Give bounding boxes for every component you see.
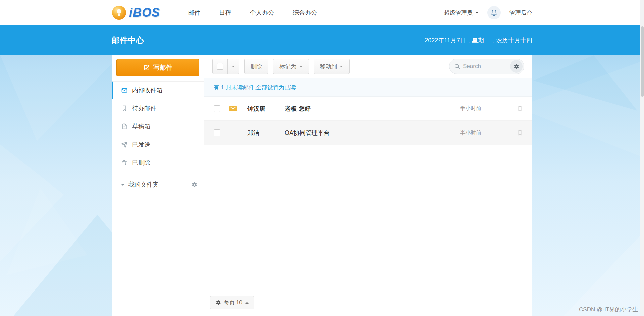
sidebar-item-my-folders[interactable]: 我的文件夹 (112, 175, 204, 194)
ibos-logo-text: iBOS (129, 6, 160, 20)
caret-down-icon (232, 66, 235, 67)
my-folders-label: 我的文件夹 (128, 180, 159, 189)
mark-as-label: 标记为 (279, 63, 297, 70)
mark-all-read-link[interactable]: 全部设置为已读 (256, 84, 296, 91)
mail-subject: OA协同管理平台 (285, 129, 454, 137)
caret-down-icon (299, 66, 303, 67)
ibos-logo-sphere-icon (112, 5, 126, 20)
sidebar-item-sent[interactable]: 已发送 (112, 136, 204, 154)
select-all-button[interactable] (212, 59, 228, 74)
bookmark-icon[interactable] (517, 105, 523, 112)
scrollbar-track[interactable] (640, 0, 644, 316)
search-settings-button[interactable] (510, 60, 523, 73)
nav-item-general-office[interactable]: 综合办公 (293, 9, 317, 17)
gear-icon (216, 300, 221, 305)
mail-sidebar: 写邮件 内部收件箱 待办邮件 (112, 55, 204, 316)
page-date: 2022年11月7日，星期一，农历十月十四 (425, 36, 532, 44)
gear-icon (514, 64, 519, 69)
trash-icon (121, 159, 128, 166)
select-all-checkbox[interactable] (217, 63, 223, 70)
select-dropdown-button[interactable] (227, 59, 239, 74)
unread-envelope-icon (229, 105, 238, 112)
caret-down-icon (121, 184, 124, 186)
search-icon (454, 63, 460, 69)
user-menu[interactable]: 超级管理员 (444, 9, 479, 17)
mail-time: 半小时前 (454, 105, 487, 112)
nav-item-schedule[interactable]: 日程 (219, 9, 231, 17)
page-header: 邮件中心 2022年11月7日，星期一，农历十月十四 (0, 25, 644, 55)
compose-label: 写邮件 (153, 63, 172, 72)
mail-checkbox[interactable] (214, 105, 220, 112)
scrollbar-thumb[interactable] (641, 26, 644, 97)
mail-sender: 郑洁 (247, 129, 285, 137)
compose-mail-button[interactable]: 写邮件 (116, 59, 199, 76)
sidebar-item-label: 草稿箱 (132, 122, 150, 130)
bell-icon (490, 9, 498, 16)
sidebar-item-label: 已发送 (132, 141, 150, 149)
mail-time: 半小时前 (454, 129, 487, 137)
unread-notice-bar: 有 1 封未读邮件, 全部设置为已读 (204, 78, 532, 97)
folders-settings-button[interactable] (192, 182, 197, 188)
notifications-button[interactable] (487, 6, 501, 19)
per-page-button[interactable]: 每页 10 (210, 296, 254, 309)
bookmark-outline-icon (121, 105, 128, 112)
bookmark-icon[interactable] (517, 129, 523, 136)
inbox-envelope-icon (121, 87, 128, 94)
mail-list: 钟汉唐 老板 您好 半小时前 郑洁 OA协同管理平台 半小时前 (204, 97, 532, 145)
sidebar-item-label: 内部收件箱 (132, 86, 162, 94)
search-box (449, 59, 524, 74)
mail-row[interactable]: 郑洁 OA协同管理平台 半小时前 (204, 121, 532, 145)
caret-up-icon (245, 302, 249, 304)
sidebar-item-deleted[interactable]: 已删除 (112, 154, 204, 172)
delete-button[interactable]: 删除 (244, 59, 268, 74)
ibos-logo[interactable]: iBOS (112, 5, 160, 20)
delete-label: 删除 (251, 63, 262, 70)
sidebar-item-label: 待办邮件 (132, 104, 156, 112)
move-to-label: 移动到 (320, 63, 337, 70)
nav-item-mail[interactable]: 邮件 (188, 9, 200, 17)
sidebar-menu: 内部收件箱 待办邮件 草稿箱 (112, 81, 204, 172)
caret-down-icon (340, 66, 343, 67)
mark-as-button[interactable]: 标记为 (273, 59, 309, 74)
select-all-group (212, 59, 239, 74)
user-menu-label: 超级管理员 (444, 9, 473, 17)
top-navbar: iBOS 邮件 日程 个人办公 综合办公 超级管理员 管理后台 (0, 0, 644, 25)
sidebar-item-drafts[interactable]: 草稿箱 (112, 117, 204, 136)
mail-subject: 老板 您好 (285, 105, 454, 113)
page-title: 邮件中心 (112, 35, 144, 46)
unread-notice-text: 有 1 封未读邮件, (214, 84, 256, 91)
search-input[interactable] (463, 63, 507, 70)
sidebar-item-inbox[interactable]: 内部收件箱 (112, 81, 204, 99)
paper-plane-icon (121, 141, 128, 148)
mail-row[interactable]: 钟汉唐 老板 您好 半小时前 (204, 97, 532, 121)
gear-icon (192, 182, 197, 188)
compose-icon (143, 64, 150, 71)
chevron-down-icon (475, 12, 479, 14)
nav-right: 超级管理员 管理后台 (444, 6, 532, 19)
sidebar-item-label: 已删除 (132, 159, 150, 167)
per-page-label: 每页 10 (224, 299, 242, 306)
draft-file-icon (121, 123, 128, 130)
mail-panel: 删除 标记为 移动到 (204, 55, 532, 316)
content-area: 写邮件 内部收件箱 待办邮件 (112, 55, 532, 316)
main-nav: 邮件 日程 个人办公 综合办公 (188, 9, 317, 17)
mail-sender: 钟汉唐 (247, 105, 285, 113)
watermark-text: CSDN @-IT界的小学生 (579, 306, 638, 313)
nav-item-personal-office[interactable]: 个人办公 (250, 9, 274, 17)
mail-panel-footer: 每页 10 (204, 296, 532, 316)
admin-backend-link[interactable]: 管理后台 (509, 9, 532, 17)
mail-toolbar: 删除 标记为 移动到 (204, 55, 532, 78)
move-to-button[interactable]: 移动到 (314, 59, 350, 74)
mail-checkbox[interactable] (214, 129, 220, 136)
sidebar-item-todo-mail[interactable]: 待办邮件 (112, 99, 204, 117)
